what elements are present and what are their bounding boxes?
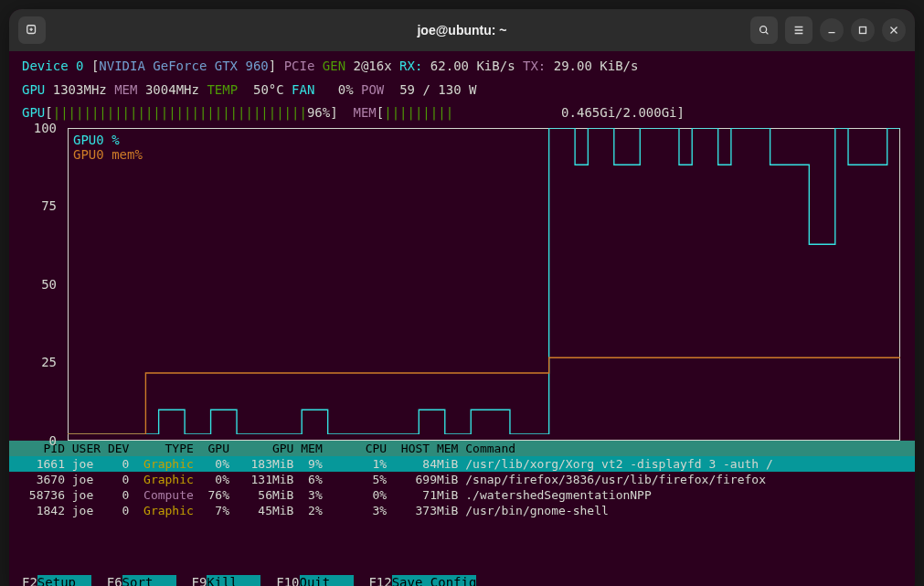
stats-line-1: Device 0 [NVIDIA GeForce GTX 960] PCIe G… <box>9 51 915 75</box>
function-key-bar: F2Setup F6Sort F9Kill F10Quit F12Save Co… <box>9 575 915 586</box>
search-button[interactable] <box>750 16 778 44</box>
close-button[interactable] <box>882 18 906 42</box>
svg-rect-2 <box>860 27 866 34</box>
process-row[interactable]: 1842 joe 0 Graphic 7% 45MiB 2% 3% 373MiB… <box>9 503 915 518</box>
process-row[interactable]: 58736 joe 0 Compute 76% 56MiB 3% 0% 71Mi… <box>9 487 915 503</box>
minimize-button[interactable] <box>820 18 844 42</box>
maximize-button[interactable] <box>851 18 875 42</box>
new-tab-button[interactable] <box>18 16 46 44</box>
titlebar: joe@ubuntu: ~ <box>9 9 915 51</box>
process-table-header: PID USER DEV TYPE GPU GPU MEM CPU HOST M… <box>9 441 915 456</box>
process-table-body: 1661 joe 0 Graphic 0% 183MiB 9% 1% 84MiB… <box>9 456 915 518</box>
stats-bars: GPU[|||||||||||||||||||||||||||||||||96%… <box>9 98 915 122</box>
terminal-window: joe@ubuntu: ~ Device 0 [NVIDIA GeForce G… <box>9 9 915 586</box>
process-row[interactable]: 1661 joe 0 Graphic 0% 183MiB 9% 1% 84MiB… <box>9 456 915 472</box>
menu-button[interactable] <box>785 16 812 44</box>
stats-line-2: GPU 1303MHz MEM 3004MHz TEMP 50°C FAN 0%… <box>9 75 915 99</box>
utilization-chart: 0255075100 GPU0 %GPU0 mem% <box>22 125 902 441</box>
svg-point-1 <box>760 27 767 33</box>
process-row[interactable]: 3670 joe 0 Graphic 0% 131MiB 6% 5% 699Mi… <box>9 472 915 487</box>
